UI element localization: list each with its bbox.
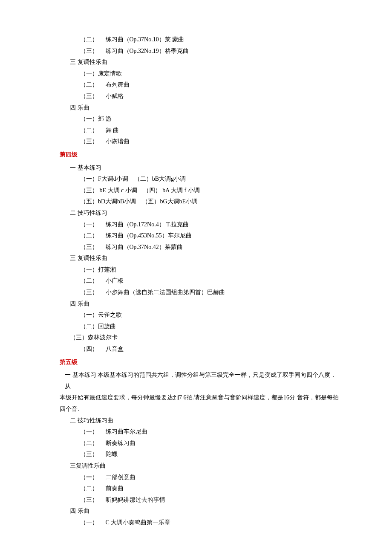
- level5-polyphonic-item-3: （三） 听妈妈讲那过去的事情: [80, 494, 341, 506]
- level3-pieces-item-1: （一）郊 游: [80, 113, 341, 125]
- level5-polyphonic-title: 三复调性乐曲: [70, 460, 341, 472]
- level3-polyphonic-item-1: （一）康定情歌: [80, 68, 341, 80]
- level5-technique-item-3: （三） 陀螺: [80, 449, 341, 460]
- level5-basic-line-2: 本级开始有最低速度要求，每分钟最慢要达到7 6拍.请注意琶音与音阶同样速度，都是…: [60, 392, 341, 415]
- level4-basic-line-3: （五）bD大调bB小调 （五）bG大调bE小调: [80, 196, 341, 208]
- level4-basic-line-2: （三） bE 大调 c 小调 （四） bA 大调 f 小调: [80, 185, 341, 197]
- level4-basic-line-1: （一）F大调d小调 （二）bB大调g小调: [80, 173, 341, 185]
- level5-polyphonic-item-2: （二） 前奏曲: [80, 483, 341, 494]
- level4-technique-item-2: （二） 练习曲（Op.453No.55）车尔尼曲: [80, 230, 341, 242]
- level3-pieces-item-2: （二） 舞 曲: [80, 125, 341, 136]
- level5-technique-item-1: （一） 练习曲车尔尼曲: [80, 426, 341, 438]
- level4-technique-item-3: （三） 练习曲（Op.37No.42）莱蒙曲: [80, 242, 341, 253]
- level5-polyphonic-item-1: （一） 二部创意曲: [80, 472, 341, 483]
- level3-polyphonic-item-3: （三） 小赋格: [80, 91, 341, 102]
- level5-pieces-item-1: （一） C 大调小奏鸣曲第一乐章: [80, 517, 341, 529]
- level4-technique-title: 二 技巧性练习: [70, 208, 341, 219]
- level4-polyphonic-item-3: （三） 小步舞曲（选自第二法国组曲第四首）巴赫曲: [80, 287, 341, 298]
- level4-polyphonic-title: 三 复调性乐曲: [70, 253, 341, 264]
- level4-heading: 第四级: [60, 149, 341, 161]
- level5-heading: 第五级: [60, 357, 341, 368]
- level4-pieces-title: 四 乐曲: [70, 298, 341, 310]
- level5-pieces-title: 四 乐曲: [70, 506, 341, 517]
- level5-technique-title: 二 技巧性练习曲: [70, 415, 341, 427]
- level4-pieces-item-4: （四） 八音盒: [80, 344, 341, 355]
- level5-content: 一 基本练习 本级基本练习的范围共六组，调性分组与第三级完全一样，只是变成了双手…: [60, 370, 341, 528]
- level4-content: 一 基本练习 （一）F大调d小调 （二）bB大调g小调 （三） bE 大调 c …: [60, 162, 341, 355]
- level4-technique-item-1: （一） 练习曲（Op.172No.4） T.拉克曲: [80, 219, 341, 231]
- level4-pieces-item-2: （二）回旋曲: [80, 321, 341, 332]
- level4-pieces-item-3: （三）森林波尔卡: [70, 332, 341, 344]
- level3-polyphonic-item-2: （二） 布列舞曲: [80, 79, 341, 91]
- level4-basic-title: 一 基本练习: [70, 162, 341, 174]
- level4-pieces-item-1: （一）云雀之歌: [80, 309, 341, 321]
- level4-polyphonic-item-1: （一）打莲湘: [80, 264, 341, 276]
- level3-pieces-item-3: （三） 小诙谐曲: [80, 136, 341, 147]
- level3-pieces-title: 四 乐曲: [70, 102, 341, 114]
- level3-etude-2: （二） 练习曲（Op.37No.10）莱 蒙曲: [80, 34, 341, 46]
- level3-polyphonic-title: 三 复调性乐曲: [70, 57, 341, 68]
- level5-technique-item-2: （二） 断奏练习曲: [80, 438, 341, 449]
- level4-polyphonic-item-2: （二） 小广板: [80, 275, 341, 287]
- level3-etude-3: （三） 练习曲（Op.32No.19）格季克曲: [80, 46, 341, 57]
- level5-basic-line-1: 一 基本练习 本级基本练习的范围共六组，调性分组与第三级完全一样，只是变成了双手…: [65, 370, 341, 392]
- level3-continuation: （二） 练习曲（Op.37No.10）莱 蒙曲 （三） 练习曲（Op.32No.…: [60, 34, 341, 147]
